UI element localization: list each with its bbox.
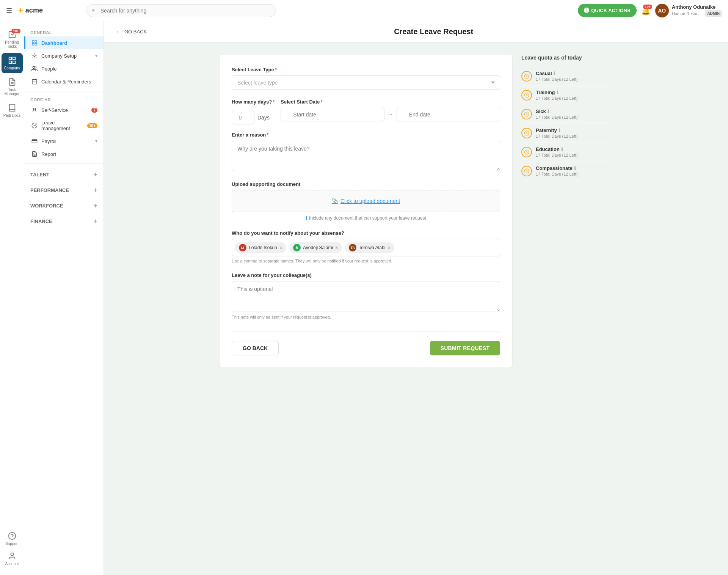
performance-section[interactable]: PERFORMANCE + [24, 182, 104, 198]
days-input[interactable] [232, 111, 254, 124]
reason-group: Enter a reason* [232, 132, 500, 172]
reason-textarea[interactable] [232, 141, 500, 171]
notifications-button[interactable]: 🔔 10+ [641, 6, 651, 15]
svg-rect-15 [32, 80, 37, 84]
sidebar-item-account[interactable]: Account [2, 549, 23, 569]
start-date-input[interactable] [281, 108, 384, 121]
notify-tags[interactable]: LI Lolade Isokun × A Ayodeji Salami × TA… [232, 239, 500, 256]
sidebar-item-self-service[interactable]: Self-Service 7 [24, 104, 104, 116]
header: ☰ + acme ⚭ ➊ QUICK ACTIONS 🔔 10+ AO Anth… [0, 0, 728, 21]
quota-item-education: Education ℹ 17 Total Days (12 Left) [521, 143, 612, 162]
svg-point-13 [34, 55, 35, 57]
quota-info-icon-compassionate[interactable]: ℹ [574, 166, 576, 171]
tag-name-ayodeji: Ayodeji Salami [303, 245, 333, 250]
quota-item-training: Training ℹ 17 Total Days (12 Left) [521, 86, 612, 105]
quota-icon-education [521, 147, 532, 157]
leave-management-badge: 10+ [87, 123, 97, 128]
quota-icon-compassionate [521, 166, 532, 176]
brand-plus-icon: + [18, 6, 23, 16]
days-unit: Days [257, 115, 270, 121]
go-back-button[interactable]: GO BACK [232, 341, 279, 355]
icon-bar-bottom: Support Account [2, 529, 23, 569]
sidebar-item-company[interactable]: Company [2, 53, 23, 73]
quota-days-education: 17 Total Days (12 Left) [536, 153, 577, 157]
sidebar-item-support[interactable]: Support [2, 529, 23, 549]
back-link[interactable]: ← GO BACK [116, 28, 147, 35]
leave-management-label: Leave management [41, 120, 83, 131]
hamburger-icon[interactable]: ☰ [6, 6, 12, 15]
sidebar-item-leave-management[interactable]: Leave management 10+ [24, 116, 104, 135]
performance-expand-icon: + [93, 186, 97, 194]
icon-bar: 10+ Pending Tasks Company Task Manager P… [0, 21, 24, 575]
quota-item-casual: Casual ℹ 17 Total Days (12 Left) [521, 67, 612, 86]
end-date-input[interactable] [397, 108, 500, 121]
page-header: ← GO BACK Create Leave Request [104, 21, 728, 42]
info-icon: ℹ [306, 215, 308, 221]
sidebar-item-padi-docs[interactable]: Padi Docs [2, 101, 23, 121]
sidebar-item-company-setup[interactable]: Company Setup ▾ [24, 49, 104, 62]
payroll-label: Payroll [41, 138, 56, 144]
user-details: Anthony Odunaike Human Resou... ADMIN [672, 4, 722, 17]
workforce-section[interactable]: WORKFORCE + [24, 198, 104, 214]
upload-area[interactable]: 📎 Click to upload document [232, 190, 500, 212]
upload-label: Upload supporting document [232, 181, 500, 187]
avatar: AO [655, 4, 669, 17]
self-service-label: Self-Service [41, 107, 68, 113]
quota-info-icon-paternity[interactable]: ℹ [559, 128, 560, 133]
days-section: How many days?* Days [232, 99, 275, 124]
note-group: Leave a note for your colleague(s) This … [232, 272, 500, 319]
note-label: Leave a note for your colleague(s) [232, 272, 500, 278]
report-label: Report [41, 151, 56, 157]
content-area: Select Leave Type* Select leave type How… [207, 42, 624, 380]
tag-remove-lolade[interactable]: × [279, 245, 282, 250]
calendar-label: Calendar & Reminders [41, 79, 91, 85]
days-label: How many days?* [232, 99, 275, 105]
brand-name: acme [25, 6, 43, 14]
tag-remove-tomiwa[interactable]: × [388, 245, 391, 250]
quick-actions-button[interactable]: ➊ QUICK ACTIONS [578, 4, 637, 17]
note-textarea[interactable] [232, 281, 500, 311]
svg-point-19 [33, 108, 35, 110]
quota-name-paternity: Paternity ℹ [536, 127, 577, 133]
sidebar-item-calendar[interactable]: Calendar & Reminders [24, 75, 104, 88]
svg-rect-10 [35, 41, 37, 42]
tag-remove-ayodeji[interactable]: × [335, 245, 338, 250]
general-section-title: GENERAL [24, 27, 104, 36]
user-info[interactable]: AO Anthony Odunaike Human Resou... ADMIN [655, 4, 722, 17]
finance-section[interactable]: FINANCE + [24, 214, 104, 229]
sidebar-item-people[interactable]: People [24, 62, 104, 75]
svg-rect-1 [13, 57, 15, 60]
sidebar-item-payroll[interactable]: Payroll ▾ [24, 135, 104, 148]
search-input[interactable] [86, 4, 276, 17]
account-label: Account [5, 562, 19, 566]
header-right: ➊ QUICK ACTIONS 🔔 10+ AO Anthony Odunaik… [578, 4, 722, 17]
submit-request-button[interactable]: SUBMIT REQUEST [430, 341, 500, 355]
quota-info-icon-casual[interactable]: ℹ [554, 71, 555, 76]
svg-point-8 [11, 553, 13, 556]
tag-avatar-ayodeji: A [293, 244, 301, 251]
sidebar-item-dashboard[interactable]: Dashboard [24, 36, 104, 49]
quota-info-icon-training[interactable]: ℹ [557, 90, 559, 95]
user-role: Human Resou... [672, 11, 702, 16]
workforce-expand-icon: + [93, 202, 97, 210]
sidebar-item-report[interactable]: Report [24, 148, 104, 160]
note-hint: This note will only be sent if your requ… [232, 315, 500, 319]
sidebar-item-pending-tasks[interactable]: 10+ Pending Tasks [2, 27, 23, 52]
quota-details-education: Education ℹ 17 Total Days (12 Left) [536, 146, 577, 157]
quota-details-compassionate: Compassionate ℹ 17 Total Days (12 Left) [536, 165, 577, 176]
quota-days-paternity: 17 Total Days (12 Left) [536, 134, 577, 138]
leave-type-select[interactable]: Select leave type [232, 75, 500, 90]
svg-rect-3 [13, 61, 15, 63]
quota-info-icon-education[interactable]: ℹ [561, 147, 563, 152]
upload-link[interactable]: 📎 Click to upload document [332, 198, 400, 204]
svg-point-14 [33, 66, 35, 68]
talent-section[interactable]: TALENT + [24, 167, 104, 182]
quota-info-icon-sick[interactable]: ℹ [548, 109, 549, 114]
start-date-wrap: 📅 [281, 108, 384, 121]
quota-item-sick: Sick ℹ 17 Total Days (12 Left) [521, 105, 612, 124]
notify-label: Who do you want to notify about your abs… [232, 230, 500, 236]
admin-badge: ADMIN [705, 10, 722, 17]
brand-logo: + acme [18, 6, 43, 16]
sidebar-item-task-manager[interactable]: Task Manager [2, 75, 23, 99]
quota-icon-casual [521, 71, 532, 82]
